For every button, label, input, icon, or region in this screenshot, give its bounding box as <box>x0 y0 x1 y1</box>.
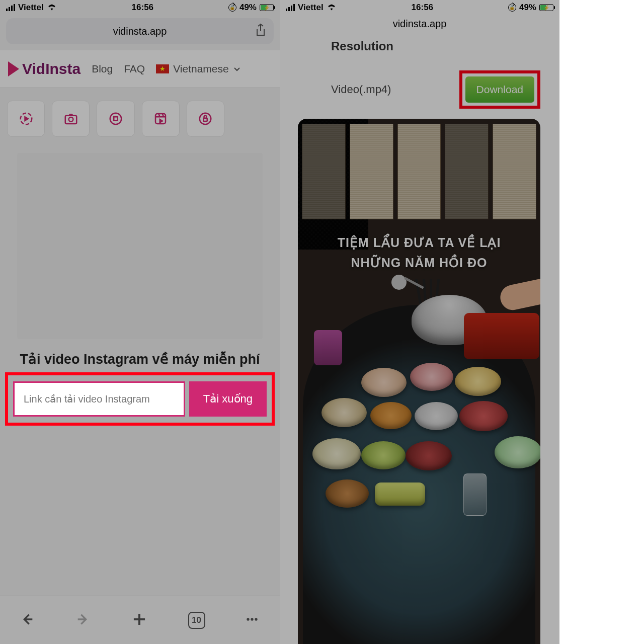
file-type-label: Video(.mp4) <box>331 83 391 96</box>
language-selector[interactable]: Vietnamese <box>156 63 241 75</box>
nav-blog[interactable]: Blog <box>92 63 113 75</box>
svg-point-3 <box>110 113 122 125</box>
download-form-highlight: Link cần tải video Instagram Tải xuống <box>5 372 275 426</box>
back-icon[interactable] <box>20 611 36 629</box>
video-preview[interactable]: TIỆM LẨU ĐƯA TA VỀ LẠI NHỮNG NĂM HỒI ĐO <box>298 119 540 644</box>
browser-toolbar: 10 <box>0 596 280 644</box>
resolution-row: Video(.mp4) Download <box>298 65 540 121</box>
url-text: vidinsta.app <box>280 18 559 30</box>
svg-point-8 <box>247 618 250 620</box>
svg-rect-7 <box>204 118 208 121</box>
brand-text: VidInsta <box>22 60 80 77</box>
download-button[interactable]: Tải xuống <box>189 381 267 417</box>
svg-point-2 <box>68 117 73 122</box>
language-label: Vietnamese <box>173 63 229 75</box>
feature-icons-row <box>7 101 224 137</box>
resolution-label: Resolution <box>298 39 540 53</box>
flag-icon <box>156 64 169 73</box>
status-bar: Viettel 16:56 🔒 49% ⚡ <box>0 0 280 15</box>
rotation-lock-icon: 🔒 <box>228 4 236 12</box>
share-icon[interactable] <box>255 23 267 39</box>
nav-faq[interactable]: FAQ <box>124 63 145 75</box>
new-tab-icon[interactable] <box>130 610 149 631</box>
carrier-label: Viettel <box>298 3 324 13</box>
video-caption: TIỆM LẨU ĐƯA TA VỀ LẠI NHỮNG NĂM HỒI ĐO <box>298 232 540 273</box>
battery-percent: 49% <box>519 3 536 13</box>
resolution-section: Resolution Video(.mp4) Download <box>298 39 540 121</box>
reels-icon[interactable] <box>142 101 180 137</box>
ad-placeholder <box>17 153 263 339</box>
photo-icon[interactable] <box>52 101 90 137</box>
igtv-icon[interactable] <box>97 101 134 137</box>
download-button[interactable]: Download <box>465 76 534 103</box>
battery-percent: 49% <box>239 3 257 13</box>
rotation-lock-icon: 🔒 <box>508 4 516 12</box>
wifi-icon <box>327 3 337 13</box>
private-icon[interactable] <box>187 101 224 137</box>
chevron-down-icon <box>233 65 241 73</box>
signal-icon <box>286 4 295 11</box>
menu-icon[interactable] <box>244 611 260 629</box>
right-phone-screenshot: Viettel 16:56 🔒 49% ⚡ vidinsta.app Resol… <box>280 0 559 644</box>
left-phone-screenshot: Viettel 16:56 🔒 49% ⚡ vidinsta.app VidIn… <box>0 0 280 644</box>
tabs-button[interactable]: 10 <box>188 612 205 629</box>
link-input[interactable]: Link cần tải video Instagram <box>13 381 185 417</box>
clock-label: 16:56 <box>412 3 433 13</box>
browser-url-bar[interactable]: vidinsta.app <box>6 18 274 44</box>
svg-point-9 <box>251 618 254 620</box>
brand-logo[interactable]: VidInsta <box>8 60 80 77</box>
story-icon[interactable] <box>7 101 45 137</box>
play-icon <box>8 61 19 76</box>
url-text: vidinsta.app <box>113 26 167 37</box>
clock-label: 16:56 <box>132 3 153 13</box>
signal-icon <box>6 4 15 11</box>
main-heading: Tải video Instagram về máy miễn phí <box>0 351 280 367</box>
battery-icon: ⚡ <box>539 4 553 11</box>
status-bar: Viettel 16:56 🔒 49% ⚡ <box>280 0 559 15</box>
svg-point-10 <box>255 618 258 620</box>
svg-rect-4 <box>114 117 118 121</box>
site-header: VidInsta Blog FAQ Vietnamese <box>0 50 280 88</box>
battery-icon: ⚡ <box>260 4 274 11</box>
carrier-label: Viettel <box>18 3 44 13</box>
wifi-icon <box>47 3 57 13</box>
download-highlight: Download <box>459 70 540 109</box>
forward-icon[interactable] <box>74 611 91 629</box>
